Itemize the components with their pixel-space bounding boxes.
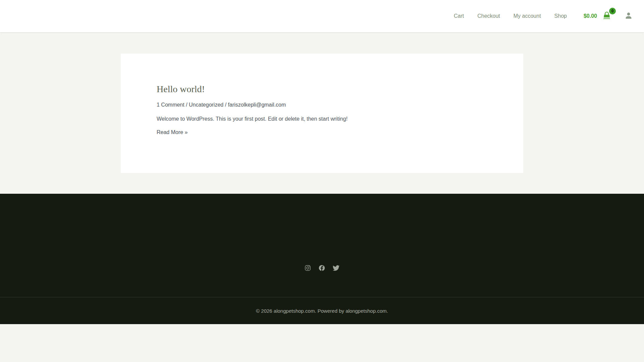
facebook-icon[interactable] [318, 264, 325, 272]
footer-widgets [0, 194, 644, 297]
page-background-area [0, 324, 644, 362]
copyright-suffix: . [387, 308, 388, 314]
social-icons [305, 264, 340, 272]
post-title: Hello world! [157, 84, 487, 95]
account-button[interactable] [624, 10, 633, 22]
comments-link[interactable]: 1 Comment [157, 102, 184, 108]
copyright-prefix: © 2026 [256, 308, 274, 314]
author-link[interactable]: fariszolkepli@gmail.com [228, 102, 286, 108]
twitter-icon[interactable] [333, 265, 340, 271]
nav-link-my-account[interactable]: My account [514, 13, 541, 19]
copyright-bar: © 2026 alongpetshop.com. Powered by alon… [0, 297, 644, 324]
site-footer: © 2026 alongpetshop.com. Powered by alon… [0, 194, 644, 324]
nav-link-checkout[interactable]: Checkout [477, 13, 500, 19]
main-content: Hello world! 1 Comment / Uncategorized /… [0, 32, 644, 194]
nav-item-shop[interactable]: Shop [554, 13, 567, 19]
cart-widget[interactable]: $0.00 0 [584, 10, 612, 22]
copyright-site-link[interactable]: alongpetshop.com [274, 308, 315, 314]
category-link[interactable]: Uncategorized [189, 102, 223, 108]
copyright-powered-link[interactable]: alongpetshop.com [345, 308, 387, 314]
shopping-bag-icon[interactable]: 0 [602, 10, 612, 22]
meta-separator: / [184, 102, 189, 108]
nav-item-cart[interactable]: Cart [454, 13, 464, 19]
post-excerpt: Welcome to WordPress. This is your first… [157, 115, 487, 123]
nav-link-cart[interactable]: Cart [454, 13, 464, 19]
nav-item-checkout[interactable]: Checkout [477, 13, 500, 19]
instagram-icon[interactable] [305, 265, 311, 271]
read-more-link[interactable]: Read More » [157, 129, 188, 135]
post-meta: 1 Comment / Uncategorized / fariszolkepl… [157, 102, 487, 108]
post-card: Hello world! 1 Comment / Uncategorized /… [121, 54, 523, 173]
nav-link-shop[interactable]: Shop [554, 13, 567, 19]
user-icon [624, 10, 633, 22]
site-header: Cart Checkout My account Shop $0.00 0 [0, 0, 644, 32]
copyright-middle: . Powered by [315, 308, 345, 314]
cart-count-badge: 0 [608, 7, 616, 15]
meta-separator: / [223, 102, 228, 108]
nav-item-my-account[interactable]: My account [514, 13, 541, 19]
primary-nav: Cart Checkout My account Shop [454, 13, 567, 19]
post-title-link[interactable]: Hello world! [157, 84, 205, 94]
cart-total[interactable]: $0.00 [584, 13, 597, 19]
